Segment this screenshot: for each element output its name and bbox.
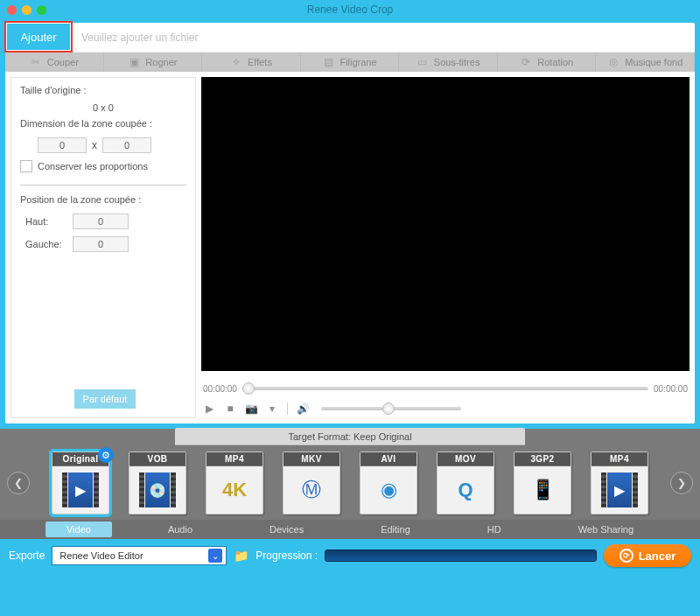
format-art: 4K [206, 466, 262, 514]
tab-watermark[interactable]: ▤Filigrane [301, 52, 400, 72]
refresh-icon: ⟳ [620, 549, 634, 563]
orig-size-label: Taille d'origine : [20, 85, 186, 95]
crop-panel: Taille d'origine : 0 x 0 Dimension de la… [10, 77, 196, 418]
snapshot-icon[interactable]: 📷 [245, 402, 257, 415]
cat-devices[interactable]: Devices [248, 522, 325, 537]
add-hint-text: Veuillez ajouter un fichier [81, 32, 198, 44]
tab-subtitles[interactable]: ▭Sous-titres [399, 52, 498, 72]
format-mkv[interactable]: MKV Ⓜ [283, 452, 340, 514]
cat-editing[interactable]: Editing [360, 522, 431, 537]
video-canvas[interactable] [201, 77, 690, 371]
work-area: Taille d'origine : 0 x 0 Dimension de la… [5, 72, 695, 424]
volume-icon[interactable]: 🔊 [297, 402, 309, 415]
format-art: ▶ [52, 466, 108, 514]
export-label: Exporte [9, 550, 45, 562]
tab-effects[interactable]: ✧Effets [202, 52, 301, 72]
format-band: Target Format: Keep Original ❮ Original … [0, 429, 700, 539]
format-3gp2[interactable]: 3GP2 📱 [514, 452, 571, 514]
play-icon[interactable]: ▶ [203, 402, 215, 415]
cat-websharing[interactable]: Web Sharing [557, 522, 654, 537]
timeline-track[interactable] [242, 387, 648, 390]
orig-size-value: 0 x 0 [20, 102, 186, 113]
format-art: Ⓜ [284, 466, 340, 514]
add-file-bar: Ajouter Veuillez ajouter un fichier [5, 23, 695, 52]
format-badge: 3GP2 [514, 452, 570, 466]
format-mp4-4k[interactable]: MP4 4K [206, 452, 263, 514]
left-label: Gauche: [20, 239, 67, 249]
format-badge: AVI [360, 452, 416, 466]
left-input[interactable] [73, 236, 129, 252]
wand-icon: ✧ [230, 56, 242, 68]
crop-width-input[interactable] [38, 137, 87, 153]
top-row: Haut: [20, 214, 186, 229]
tab-cut[interactable]: ✂Couper [5, 52, 104, 72]
stop-icon[interactable]: ■ [224, 402, 236, 415]
volume-slider[interactable] [321, 407, 461, 410]
folder-icon[interactable]: 📁 [234, 549, 248, 563]
time-end: 00:00:00 [654, 384, 688, 394]
next-formats-button[interactable]: ❯ [670, 472, 693, 494]
keep-aspect-label: Conserver les proportions [38, 161, 148, 172]
tab-crop[interactable]: ▣Rogner [104, 52, 203, 72]
panel-divider [20, 185, 186, 186]
tab-label: Filigrane [340, 57, 376, 67]
format-art: 💿 [130, 466, 186, 514]
timeline-thumb[interactable] [242, 382, 255, 395]
x-symbol: x [92, 139, 97, 151]
tab-bg-music[interactable]: ◎Musique fond [596, 52, 695, 72]
format-original[interactable]: Original ⚙ ▶ [52, 452, 109, 514]
player-controls: ▶ ■ 📷 ▾ 🔊 [201, 399, 690, 418]
crop-pos-label: Position de la zone coupée : [20, 194, 186, 205]
export-dropdown[interactable]: Renee Video Editor ⌄ [52, 546, 227, 565]
music-icon: ◎ [607, 56, 620, 68]
tab-label: Sous-titres [434, 57, 480, 67]
default-button[interactable]: Par défaut [74, 389, 136, 409]
format-art: ▶ [592, 466, 648, 514]
gear-icon[interactable]: ⚙ [98, 447, 114, 463]
format-badge: MKV [284, 452, 340, 466]
format-avi[interactable]: AVI ◉ [360, 452, 417, 514]
keep-aspect-checkbox[interactable] [20, 160, 32, 172]
prev-formats-button[interactable]: ❮ [7, 472, 30, 494]
subtitle-icon: ▭ [416, 56, 429, 68]
keep-aspect-row[interactable]: Conserver les proportions [20, 160, 186, 172]
format-art: 📱 [514, 466, 570, 514]
timeline: 00:00:00 00:00:00 [201, 378, 690, 399]
top-input[interactable] [73, 214, 129, 229]
tab-label: Effets [248, 57, 272, 67]
left-row: Gauche: [20, 236, 186, 252]
crop-icon: ▣ [128, 56, 140, 68]
main-panel: Ajouter Veuillez ajouter un fichier ✂Cou… [5, 23, 695, 424]
top-label: Haut: [20, 216, 67, 227]
launch-button[interactable]: ⟳ Lancer [604, 544, 691, 567]
options-icon[interactable]: ▾ [266, 402, 278, 415]
titlebar: Renee Video Crop [0, 0, 700, 19]
format-vob[interactable]: VOB 💿 [129, 452, 186, 514]
format-art: Q [438, 466, 494, 514]
cat-video[interactable]: Video [46, 522, 112, 537]
format-badge: MP4 [592, 452, 648, 466]
format-mp4[interactable]: MP4 ▶ [591, 452, 648, 514]
export-value: Renee Video Editor [60, 550, 143, 561]
format-badge: MOV [438, 452, 494, 466]
progress-label: Progression : [256, 550, 318, 562]
format-list: Original ⚙ ▶ VOB 💿 MP4 4K MKV Ⓜ AVI ◉ MO… [44, 452, 656, 514]
chevron-down-icon: ⌄ [208, 549, 222, 563]
category-tabs: Video Audio Devices Editing HD Web Shari… [0, 520, 700, 539]
window-title: Renee Video Crop [0, 4, 700, 16]
add-button[interactable]: Ajouter [7, 24, 70, 50]
tab-label: Musique fond [625, 57, 682, 67]
progress-bar [325, 550, 597, 562]
tab-rotation[interactable]: ⟳Rotation [498, 52, 597, 72]
format-badge: MP4 [206, 452, 262, 466]
cat-hd[interactable]: HD [466, 522, 522, 537]
format-badge: VOB [130, 452, 186, 466]
separator [287, 402, 288, 415]
tab-label: Rogner [145, 57, 177, 67]
format-carousel: ❮ Original ⚙ ▶ VOB 💿 MP4 4K MKV Ⓜ AVI ◉ [0, 446, 700, 520]
cat-audio[interactable]: Audio [147, 522, 214, 537]
crop-height-input[interactable] [102, 137, 151, 153]
target-format-heading: Target Format: Keep Original [175, 428, 525, 445]
volume-thumb[interactable] [382, 402, 395, 415]
format-mov[interactable]: MOV Q [437, 452, 494, 514]
